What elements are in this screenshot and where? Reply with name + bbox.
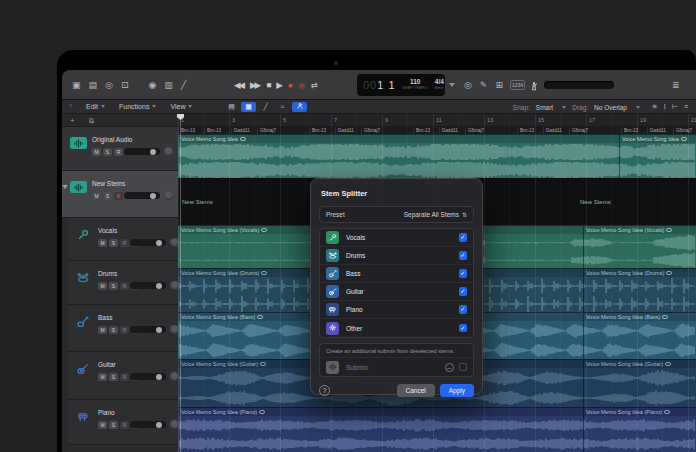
submix-checkbox[interactable]	[459, 363, 468, 372]
stop-button[interactable]: ■	[266, 80, 269, 90]
crossfade-tool-icon[interactable]: ≈	[275, 102, 290, 112]
stem-checkbox[interactable]: ✓	[459, 324, 468, 333]
track-header-new-stems[interactable]: New StemsMSR	[62, 171, 178, 218]
stem-checkbox[interactable]: ✓	[459, 287, 468, 296]
volume-slider[interactable]	[130, 421, 166, 428]
volume-slider[interactable]	[124, 192, 160, 199]
catch-playhead-icon[interactable]: ↑	[69, 102, 73, 109]
chord-cell[interactable]: Bm♭13	[517, 127, 543, 134]
chord-cell[interactable]: Dadd11	[439, 127, 465, 134]
chord-cell[interactable]: Bm♭13	[413, 127, 439, 134]
track-header-guitar[interactable]: GuitarMSRI	[68, 352, 178, 400]
m-button[interactable]: M	[98, 326, 107, 334]
s-button[interactable]: S	[109, 282, 118, 290]
chord-cell[interactable]: Bm♭13	[309, 127, 335, 134]
apply-button[interactable]: Apply	[440, 384, 474, 397]
help-button[interactable]: ?	[319, 385, 330, 396]
preset-stepper-icon[interactable]: ⇅	[462, 211, 467, 218]
bar-ruler[interactable]: 13579111315171921	[178, 114, 696, 127]
lcd-display[interactable]: 001 1 110KEEP TEMPO 4/4Bmin	[357, 74, 445, 96]
m-button[interactable]: M	[98, 373, 107, 381]
volume-knob[interactable]	[150, 149, 156, 155]
volume-slider[interactable]	[130, 373, 166, 380]
r-button[interactable]: R	[120, 421, 129, 429]
snap-chevron-icon[interactable]	[562, 106, 566, 109]
stack-disclosure-icon[interactable]	[62, 185, 68, 189]
s-button[interactable]: S	[109, 421, 118, 429]
stem-row-vocals[interactable]: Vocals✓	[320, 229, 473, 247]
screenshot-icon[interactable]: ▣	[72, 70, 81, 100]
s-button[interactable]: S	[103, 192, 112, 200]
count-in-icon[interactable]: 1234	[510, 80, 525, 90]
drag-value[interactable]: No Overlap	[594, 104, 627, 111]
m-button[interactable]: M	[92, 192, 101, 200]
m-button[interactable]: M	[98, 282, 107, 290]
region-lane-piano[interactable]: Voice Memo Song Idea (Piano)Voice Memo S…	[178, 407, 696, 452]
stem-checkbox[interactable]: ✓	[459, 251, 468, 260]
pencil-icon[interactable]: ✎	[480, 70, 488, 100]
stem-row-bass[interactable]: Bass✓	[320, 265, 473, 283]
collaborator-tool-icon[interactable]	[292, 102, 307, 112]
knob-icon[interactable]: ◉	[148, 70, 156, 100]
region-lane-original-audio[interactable]: Voice Memo Song IdeaVoice Memo Song Idea	[178, 134, 696, 178]
m-button[interactable]: M	[98, 421, 107, 429]
r-button[interactable]: R	[120, 239, 129, 247]
cancel-button[interactable]: Cancel	[397, 384, 435, 397]
chord-cell[interactable]: G6maj7	[361, 127, 413, 134]
menu-functions[interactable]: Functions	[119, 103, 156, 110]
chord-cell[interactable]: Dadd11	[231, 127, 257, 134]
volume-knob[interactable]	[156, 240, 162, 246]
s-button[interactable]: S	[109, 326, 118, 334]
float-window-icon[interactable]: ⊡	[121, 70, 129, 100]
stem-row-guitar[interactable]: Guitar✓	[320, 283, 473, 301]
r-button[interactable]: R	[114, 192, 123, 200]
r-button[interactable]: R	[120, 326, 129, 334]
edit-icon-2[interactable]: ⊢	[672, 103, 678, 110]
chord-cell[interactable]: Bm♭13	[204, 127, 231, 134]
stem-checkbox[interactable]: ✓	[459, 305, 468, 314]
track-header-drums[interactable]: DrumsMSRI	[68, 261, 178, 305]
s-button[interactable]: S	[103, 148, 112, 156]
chord-cell[interactable]: Bm♭13	[178, 127, 204, 134]
volume-knob[interactable]	[156, 374, 162, 380]
chord-cell[interactable]: G6maj7	[569, 127, 621, 134]
track-header-bass[interactable]: BassMSRI	[68, 305, 178, 352]
pencil-icon[interactable]: ╱	[181, 70, 186, 100]
display-icon[interactable]: ▤	[89, 70, 98, 100]
forward-button[interactable]: ▶▶	[250, 80, 259, 90]
metronome-icon[interactable]	[528, 78, 540, 96]
volume-slider[interactable]	[124, 148, 160, 155]
snap-value[interactable]: Smart	[536, 104, 553, 111]
r-button[interactable]: R	[120, 282, 129, 290]
stem-row-other[interactable]: Other✓	[320, 319, 473, 337]
track-header-original-audio[interactable]: Original AudioMSR	[62, 127, 178, 171]
volume-knob[interactable]	[156, 327, 162, 333]
track-header-piano[interactable]: PianoMSRI	[68, 400, 178, 445]
chord-cell[interactable]: Dadd11	[543, 127, 569, 134]
chord-cell[interactable]: Bm♭13	[621, 127, 647, 134]
edit-icon-0[interactable]: ✳	[652, 103, 658, 110]
info-icon[interactable]: ◎	[105, 70, 113, 100]
stem-row-drums[interactable]: Drums✓	[320, 247, 473, 265]
volume-slider[interactable]	[130, 282, 166, 289]
m-button[interactable]: M	[98, 239, 107, 247]
s-button[interactable]: S	[109, 373, 118, 381]
menu-edit[interactable]: Edit	[86, 103, 105, 110]
tuner-icon[interactable]: ◎	[464, 70, 472, 100]
capture-button[interactable]: ◉	[298, 80, 303, 90]
chord-track[interactable]: Bm♭13Bm♭13Dadd11G6maj7Bm♭13Dadd11G6maj7B…	[178, 127, 696, 134]
stem-checkbox[interactable]: ✓	[459, 269, 468, 278]
play-button[interactable]: ▶	[276, 80, 281, 90]
fade-tool-icon[interactable]: ╱	[258, 102, 273, 112]
volume-knob[interactable]	[150, 193, 156, 199]
master-volume-slider[interactable]	[544, 81, 614, 89]
r-button[interactable]: R	[114, 148, 123, 156]
lcd-chevron-icon[interactable]	[449, 83, 455, 87]
track-header-vocals[interactable]: VocalsMSRI	[68, 218, 178, 261]
volume-slider[interactable]	[130, 326, 166, 333]
chord-cell[interactable]: Dadd11	[335, 127, 361, 134]
plus-window-icon[interactable]: ⊞	[495, 70, 503, 100]
s-button[interactable]: S	[109, 239, 118, 247]
record-button[interactable]: ●	[288, 80, 291, 90]
list-view-icon[interactable]: ≣	[672, 70, 680, 100]
